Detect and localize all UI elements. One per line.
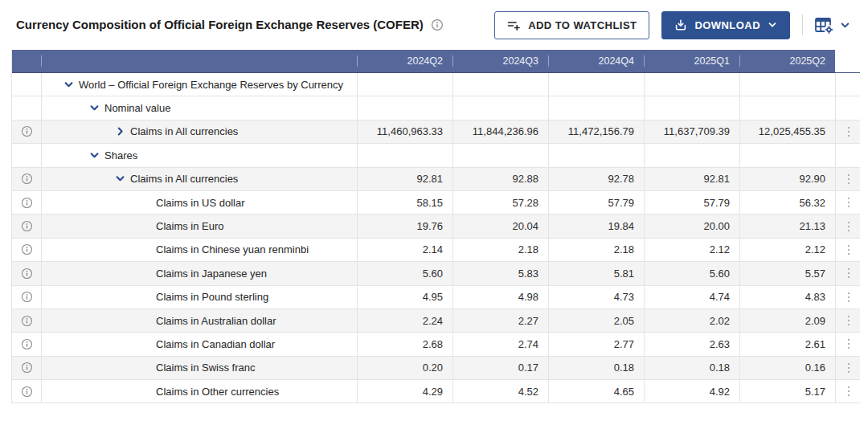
row-info-cell[interactable] (12, 214, 41, 237)
table-settings-chevron-icon (840, 20, 850, 31)
value-cell: 0.17 (452, 357, 548, 379)
row-label: Nominal value (104, 102, 170, 114)
expand-chevron-icon (140, 197, 151, 208)
column-header: 2025Q2 (739, 50, 835, 72)
expand-chevron-icon[interactable] (88, 103, 100, 114)
watchlist-plus-icon (507, 19, 521, 31)
row-menu-button[interactable] (835, 357, 861, 379)
value-cell: 92.78 (548, 168, 644, 190)
page-title: Currency Composition of Official Foreign… (16, 18, 424, 32)
expand-chevron-icon[interactable] (63, 79, 74, 90)
row-info-cell[interactable] (12, 309, 41, 332)
title-info-icon[interactable] (431, 18, 444, 31)
row-info-cell[interactable] (12, 357, 41, 379)
value-cell (548, 96, 644, 119)
row-label: Claims in Australian dollar (156, 315, 276, 327)
download-button[interactable]: DOWNLOAD (661, 11, 790, 39)
row-info-cell[interactable] (12, 96, 41, 119)
expand-chevron-icon (140, 244, 151, 255)
value-cell: 56.32 (739, 191, 835, 214)
value-cell: 4.98 (452, 286, 548, 308)
table-row[interactable]: Shares (12, 144, 860, 167)
table-header-row: 2024Q2 2024Q3 2024Q4 2025Q1 2025Q2 (12, 50, 860, 73)
value-cell (644, 144, 739, 166)
row-menu-button[interactable] (835, 121, 861, 143)
row-menu-button[interactable] (835, 286, 861, 308)
table-row[interactable]: Claims in Canadian dollar 2.68 2.74 2.77… (12, 333, 860, 356)
value-cell: 57.28 (452, 191, 548, 214)
row-info-cell[interactable] (12, 144, 41, 166)
value-cell (739, 96, 835, 119)
value-cell: 2.12 (644, 239, 739, 261)
header-label-cell (41, 50, 357, 72)
expand-chevron-icon[interactable] (114, 174, 125, 185)
row-label: World – Official Foreign Exchange Reserv… (79, 79, 343, 91)
value-cell: 19.76 (357, 214, 452, 237)
row-menu-button[interactable] (835, 333, 861, 355)
row-info-cell[interactable] (12, 168, 41, 190)
table-row[interactable]: Claims in Swiss franc 0.20 0.17 0.18 0.1… (12, 357, 860, 380)
table-body: World – Official Foreign Exchange Reserv… (12, 73, 860, 403)
table-row[interactable]: Claims in Other currencies 4.29 4.52 4.6… (12, 380, 860, 403)
row-info-cell[interactable] (12, 333, 41, 355)
value-cell: 2.09 (739, 309, 835, 332)
toolbar-divider (802, 14, 803, 35)
table-row[interactable]: Claims in All currencies 11,460,963.33 1… (12, 121, 860, 144)
download-icon (674, 18, 687, 31)
table-row[interactable]: Claims in All currencies 92.81 92.88 92.… (12, 168, 860, 191)
value-cell: 2.24 (357, 309, 452, 332)
row-menu-button[interactable] (835, 191, 861, 214)
table-settings-icon (815, 17, 834, 34)
expand-chevron-icon (140, 315, 151, 326)
value-cell: 92.81 (357, 168, 452, 190)
table-row[interactable]: Claims in Chinese yuan renminbi 2.14 2.1… (12, 239, 860, 262)
row-menu-button[interactable] (835, 380, 861, 402)
row-menu-button[interactable] (835, 309, 861, 332)
expand-chevron-icon[interactable] (114, 126, 125, 137)
value-cell: 0.18 (644, 357, 739, 379)
value-cell (548, 73, 644, 96)
table-row[interactable]: Claims in Australian dollar 2.24 2.27 2.… (12, 309, 860, 333)
table-row[interactable]: Claims in Pound sterling 4.95 4.98 4.73 … (12, 286, 860, 309)
row-menu-button[interactable] (835, 214, 861, 237)
value-cell: 0.18 (548, 357, 644, 379)
row-info-cell[interactable] (12, 262, 41, 284)
table-row[interactable]: World – Official Foreign Exchange Reserv… (12, 73, 860, 96)
table-settings-button[interactable] (815, 17, 850, 34)
table-row[interactable]: Claims in US dollar 58.15 57.28 57.79 57… (12, 191, 860, 214)
table-row[interactable]: Claims in Japanese yen 5.60 5.83 5.81 5.… (12, 262, 860, 285)
column-header: 2024Q4 (548, 50, 644, 72)
row-menu-button[interactable] (835, 262, 861, 284)
add-to-watchlist-button[interactable]: ADD TO WATCHLIST (494, 11, 649, 39)
expand-chevron-icon[interactable] (88, 149, 100, 161)
value-cell: 2.74 (452, 333, 548, 355)
row-info-cell[interactable] (12, 286, 41, 308)
row-menu-button[interactable] (835, 168, 861, 190)
row-info-cell[interactable] (12, 191, 41, 214)
value-cell (357, 73, 452, 96)
value-cell (452, 73, 548, 96)
row-info-cell[interactable] (12, 121, 41, 143)
value-cell: 4.29 (357, 380, 452, 402)
value-cell (644, 73, 739, 96)
value-cell: 92.90 (739, 168, 835, 190)
value-cell: 5.60 (644, 262, 739, 284)
row-label: Claims in Canadian dollar (156, 338, 275, 350)
data-table: 2024Q2 2024Q3 2024Q4 2025Q1 2025Q2 World… (11, 50, 860, 403)
value-cell (452, 144, 548, 166)
table-row[interactable]: Nominal value (12, 96, 860, 120)
row-info-cell[interactable] (12, 380, 41, 402)
row-label: Claims in Swiss franc (156, 362, 256, 374)
row-info-cell[interactable] (12, 239, 41, 261)
row-menu-button[interactable] (835, 239, 861, 261)
download-chevron-icon (768, 20, 777, 30)
header-corner-cell (12, 50, 41, 72)
row-label: Claims in All currencies (130, 173, 238, 185)
column-header: 2024Q3 (452, 50, 548, 72)
value-cell: 2.14 (357, 239, 452, 261)
row-info-cell[interactable] (12, 73, 41, 96)
table-row[interactable]: Claims in Euro 19.76 20.04 19.84 20.00 2… (12, 214, 860, 238)
value-cell: 2.63 (644, 333, 739, 355)
value-cell: 19.84 (548, 214, 644, 237)
value-cell: 2.18 (452, 239, 548, 261)
